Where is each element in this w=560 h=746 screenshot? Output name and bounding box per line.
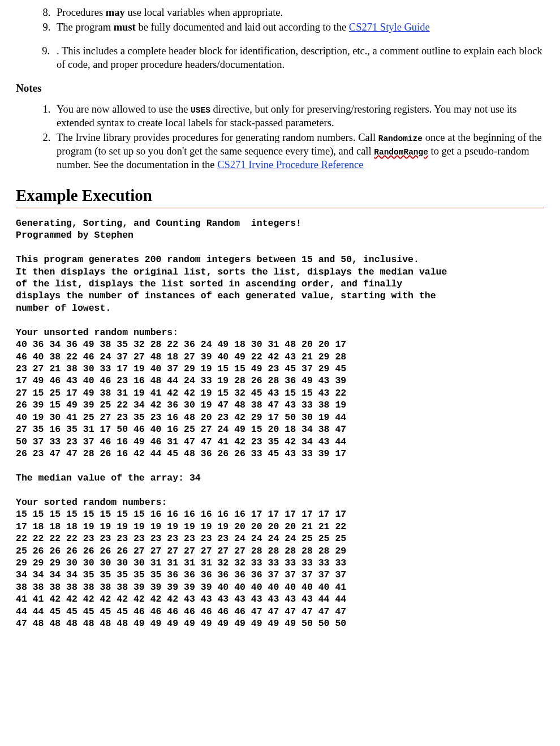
exec-unsorted-row: 27 15 25 17 49 38 31 19 41 42 42 19 15 3… [16,387,544,399]
exec-unsorted-row: 40 36 34 36 49 38 35 32 28 22 36 24 49 1… [16,338,544,350]
exec-median-label: The median value of the array: [16,473,189,483]
exec-sorted-row: 22 22 22 22 23 23 23 23 23 23 23 23 23 2… [16,533,544,545]
req-text: . This includes a complete header block … [57,45,542,70]
example-output: Generating, Sorting, and Counting Random… [16,217,544,630]
exec-desc-line: of the list, displays the list sorted in… [16,278,544,290]
req-text: Procedures [57,7,106,18]
note-item: The Irvine library provides procedures f… [53,131,544,172]
notes-list: You are now allowed to use the USES dire… [16,102,544,172]
exec-unsorted-row: 46 40 38 22 46 24 37 27 48 18 27 39 40 4… [16,351,544,363]
req-bold: may [106,7,125,18]
req-text: be fully documented and laid out accordi… [136,22,349,33]
exec-sorted-row: 41 41 42 42 42 42 42 42 42 42 43 43 43 4… [16,593,544,605]
exec-unsorted-row: 27 35 16 35 31 17 50 46 40 16 25 27 24 4… [16,423,544,435]
req-bold: must [114,22,136,33]
exec-median-value: 34 [189,473,201,483]
exec-unsorted-row: 26 39 15 49 39 25 22 34 42 36 30 19 47 4… [16,399,544,411]
exec-unsorted-row: 17 49 46 43 40 46 23 16 48 44 24 33 19 2… [16,375,544,387]
exec-sorted-row: 29 29 29 30 30 30 30 30 31 31 31 31 32 3… [16,557,544,569]
irvine-reference-link[interactable]: CS271 Irvine Procedure Reference [217,159,363,170]
exec-sorted-row: 38 38 38 38 38 38 38 39 39 39 39 39 40 4… [16,581,544,593]
exec-unsorted-row: 23 27 21 38 30 33 17 19 40 37 29 19 15 1… [16,363,544,375]
notes-heading: Notes [16,82,544,96]
requirements-list-b: . This includes a complete header block … [16,44,544,71]
exec-sorted-row: 25 26 26 26 26 26 26 27 27 27 27 27 27 2… [16,545,544,557]
exec-sorted-row: 15 15 15 15 15 15 15 15 16 16 16 16 16 1… [16,508,544,520]
requirement-item: . This includes a complete header block … [53,44,544,71]
exec-author: Programmed by Stephen [16,229,544,241]
code-randomize: Randomize [378,134,423,143]
note-item: You are now allowed to use the USES dire… [53,102,544,130]
note-text: You are now allowed to use the [57,104,191,115]
exec-desc-line: This program generates 200 random intege… [16,254,544,265]
style-guide-link[interactable]: CS271 Style Guide [349,22,430,33]
code-uses: USES [191,106,210,115]
exec-unsorted-label: Your unsorted random numbers: [16,327,544,338]
exec-sorted-label: Your sorted random numbers: [16,496,544,508]
exec-sorted-row: 17 18 18 18 19 19 19 19 19 19 19 19 19 2… [16,521,544,533]
exec-sorted-row: 47 48 48 48 48 48 48 49 49 49 49 49 49 4… [16,618,544,629]
requirement-item: The program must be fully documented and… [53,20,544,34]
exec-desc-line: It then displays the original list, sort… [16,266,544,278]
example-execution-heading: Example Execution [16,185,544,208]
req-text: The program [57,22,114,33]
exec-desc-line: displays the number of instances of each… [16,290,544,302]
exec-sorted-row: 44 44 45 45 45 45 45 46 46 46 46 46 46 4… [16,606,544,618]
req-text: use local variables when appropriate. [125,7,283,18]
exec-desc-line: number of lowest. [16,302,544,314]
exec-unsorted-row: 26 23 47 47 28 26 16 42 44 45 48 36 26 2… [16,448,544,460]
note-text: The Irvine library provides procedures f… [57,132,378,143]
exec-sorted-row: 34 34 34 34 35 35 35 35 35 36 36 36 36 3… [16,569,544,581]
exec-unsorted-row: 50 37 33 23 37 46 16 49 46 31 47 47 41 4… [16,436,544,448]
requirements-list-a: Procedures may use local variables when … [16,6,544,34]
requirement-item: Procedures may use local variables when … [53,6,544,19]
exec-unsorted-row: 40 19 30 41 25 27 23 35 23 16 48 20 23 4… [16,411,544,423]
code-randomrange: RandomRange [374,148,428,157]
exec-median-line: The median value of the array: 34 [16,472,544,484]
exec-title: Generating, Sorting, and Counting Random… [16,217,544,229]
